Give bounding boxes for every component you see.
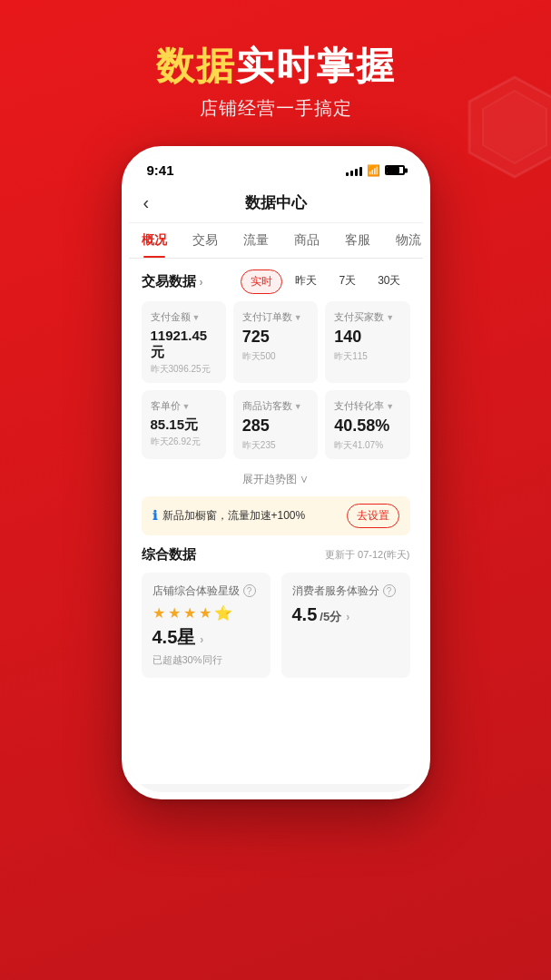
order-count-label: 支付订单数 ▼ (242, 310, 309, 324)
info-icon: ℹ (153, 508, 157, 523)
product-visitors-label: 商品访客数 ▼ (242, 399, 309, 413)
stars-sub: 已超越30%同行 (153, 653, 260, 667)
buyer-count-value: 140 (334, 328, 400, 348)
tab-product[interactable]: 商品 (281, 223, 332, 258)
top-nav: ‹ 数据中心 (129, 183, 423, 223)
tab-logistics[interactable]: 物流 (383, 223, 423, 258)
star-2: ★ (168, 604, 181, 622)
comp-section-title: 综合数据 (142, 546, 196, 564)
hero-section: 数据实时掌握 店铺经营一手搞定 (0, 0, 551, 121)
star-3: ★ (183, 604, 196, 622)
hero-subtitle: 店铺经营一手搞定 (0, 96, 551, 121)
conversion-rate-label: 支付转化率 ▼ (334, 399, 400, 413)
tab-customer-service[interactable]: 客服 (332, 223, 383, 258)
conversion-rate-value: 40.58% (334, 416, 400, 436)
tab-bar: 概况 交易 流量 商品 客服 物流 售后 (129, 223, 423, 259)
app-content: ‹ 数据中心 概况 交易 流量 商品 客服 (129, 183, 423, 784)
avg-price-label: 客单价 ▼ (151, 399, 217, 413)
star-4: ★ (199, 604, 212, 622)
data-card-buyer-count: 支付买家数 ▼ 140 昨天115 (325, 301, 409, 383)
status-bar: 9:41 📶 (129, 153, 423, 183)
comp-data-grid: 店铺综合体验星级 ? ★ ★ ★ ★ ⭐ 4.5星 › (142, 573, 410, 678)
dropdown-arrow-icon: ▼ (294, 313, 302, 322)
go-settings-button[interactable]: 去设置 (347, 504, 399, 528)
phone-frame: 9:41 📶 ‹ 数据中心 (122, 146, 430, 799)
time-tab-group: 实时 昨天 7天 30天 (241, 270, 409, 294)
dropdown-arrow-icon: ▼ (294, 402, 302, 411)
time-tab-yesterday[interactable]: 昨天 (286, 270, 326, 294)
star-half: ⭐ (214, 604, 232, 622)
page-title: 数据中心 (245, 192, 307, 213)
data-card-conversion-rate: 支付转化率 ▼ 40.58% 昨天41.07% (325, 390, 409, 459)
battery-icon (385, 165, 405, 175)
buyer-count-sub: 昨天115 (334, 350, 400, 363)
comp-card-stars[interactable]: 店铺综合体验星级 ? ★ ★ ★ ★ ⭐ 4.5星 › (142, 573, 271, 678)
data-card-order-count: 支付订单数 ▼ 725 昨天500 (233, 301, 318, 383)
back-button[interactable]: ‹ (143, 192, 150, 213)
transaction-data-grid: 支付金额 ▼ 11921.45元 昨天3096.25元 支付订单数 ▼ 725 … (129, 301, 423, 466)
chevron-right-icon: › (200, 276, 203, 289)
time-tab-realtime[interactable]: 实时 (241, 270, 282, 294)
comp-card-service-score[interactable]: 消费者服务体验分 ? 4.5 /5分 › (281, 573, 410, 678)
stars-value: 4.5星 › (153, 625, 260, 650)
tab-overview[interactable]: 概况 (129, 223, 180, 258)
stars-row: ★ ★ ★ ★ ⭐ (153, 604, 260, 622)
avg-price-sub: 昨天26.92元 (151, 436, 217, 448)
payment-amount-label: 支付金额 ▼ (151, 310, 217, 324)
service-score-value: 4.5 /5分 › (292, 604, 399, 625)
product-visitors-value: 285 (242, 416, 309, 436)
conversion-rate-sub: 昨天41.07% (334, 439, 400, 452)
transaction-section-header: 交易数据 › 实时 昨天 7天 30天 (129, 259, 423, 301)
question-icon: ? (243, 584, 256, 597)
transaction-title[interactable]: 交易数据 › (142, 273, 203, 290)
hero-title: 数据实时掌握 (0, 44, 551, 89)
dropdown-arrow-icon: ▼ (182, 402, 191, 411)
phone-mockup: 9:41 📶 ‹ 数据中心 (0, 146, 551, 799)
promo-banner: ℹ 新品加橱窗，流量加速+100% 去设置 (142, 496, 410, 535)
buyer-count-label: 支付买家数 ▼ (334, 310, 400, 324)
dropdown-arrow-icon: ▼ (192, 313, 201, 322)
expand-trends-button[interactable]: 展开趋势图 ∨ (129, 466, 423, 496)
order-count-sub: 昨天500 (242, 350, 309, 363)
dropdown-arrow-icon: ▼ (386, 402, 394, 411)
banner-text: ℹ 新品加橱窗，流量加速+100% (153, 508, 306, 524)
data-card-payment-amount: 支付金额 ▼ 11921.45元 昨天3096.25元 (142, 301, 226, 383)
payment-amount-value: 11921.45元 (151, 328, 217, 360)
payment-amount-sub: 昨天3096.25元 (151, 363, 217, 376)
product-visitors-sub: 昨天235 (242, 439, 309, 452)
signal-icon (346, 165, 362, 176)
status-time: 9:41 (147, 162, 174, 178)
chevron-right-icon: › (346, 611, 349, 623)
wifi-icon: 📶 (367, 164, 380, 177)
star-1: ★ (153, 604, 165, 622)
comp-update-time: 更新于 07-12(昨天) (325, 548, 410, 562)
service-score-label: 消费者服务体验分 ? (292, 583, 399, 599)
data-card-product-visitors: 商品访客数 ▼ 285 昨天235 (233, 390, 318, 459)
time-tab-7days[interactable]: 7天 (330, 270, 365, 294)
status-icons: 📶 (346, 164, 405, 177)
tab-traffic[interactable]: 流量 (231, 223, 281, 258)
chevron-right-icon: › (200, 633, 203, 646)
comp-section-header: 综合数据 更新于 07-12(昨天) (142, 546, 410, 564)
tab-transaction[interactable]: 交易 (180, 223, 231, 258)
stars-label: 店铺综合体验星级 ? (153, 583, 260, 599)
hero-title-highlight: 数据 (156, 44, 236, 87)
order-count-value: 725 (242, 328, 309, 348)
question-icon: ? (383, 584, 396, 597)
time-tab-30days[interactable]: 30天 (369, 270, 409, 294)
dropdown-arrow-icon: ▼ (386, 313, 394, 322)
comprehensive-section: 综合数据 更新于 07-12(昨天) 店铺综合体验星级 ? ★ ★ ★ (129, 546, 423, 678)
data-card-avg-price: 客单价 ▼ 85.15元 昨天26.92元 (142, 390, 226, 459)
avg-price-value: 85.15元 (151, 416, 217, 433)
